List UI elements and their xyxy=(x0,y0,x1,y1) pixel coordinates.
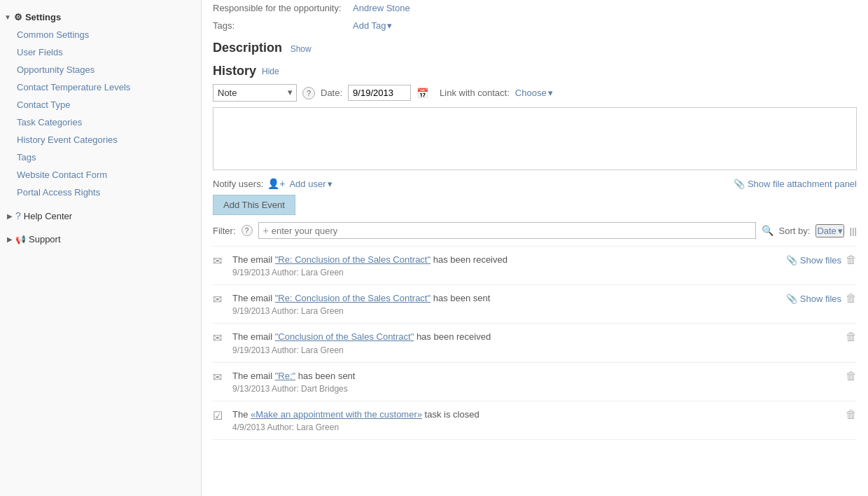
history-text-suffix: task is closed xyxy=(422,409,479,420)
note-type-wrapper: Note xyxy=(213,84,297,102)
responsible-value[interactable]: Andrew Stone xyxy=(353,3,410,13)
delete-history-button[interactable]: 🗑 xyxy=(846,292,857,305)
history-event-label: History Event Categories xyxy=(17,135,118,145)
website-contact-label: Website Contact Form xyxy=(17,170,107,180)
choose-label: Choose xyxy=(515,88,547,98)
show-files-label: Show files xyxy=(800,294,841,304)
history-header: History Hide xyxy=(213,64,857,78)
settings-label: Settings xyxy=(25,12,61,22)
sidebar-item-contact-type[interactable]: Contact Type xyxy=(0,96,201,113)
history-text-suffix: has been sent xyxy=(295,371,355,381)
note-type-select[interactable]: Note xyxy=(213,84,297,102)
history-text-suffix: has been received xyxy=(414,331,491,342)
history-item-text: The «Make an appointment with the custom… xyxy=(232,408,839,421)
history-text-suffix: has been sent xyxy=(430,293,490,303)
filter-help-icon[interactable]: ? xyxy=(241,225,253,236)
link-contact-label: Link with contact: xyxy=(440,88,510,98)
description-show-link[interactable]: Show xyxy=(290,44,312,54)
add-event-label: Add This Event xyxy=(223,200,285,210)
history-item-link[interactable]: "Conclusion of the Sales Contract" xyxy=(275,331,414,342)
add-event-button[interactable]: Add This Event xyxy=(213,195,295,215)
history-item-link[interactable]: "Re: Conclusion of the Sales Contract" xyxy=(275,293,430,303)
sort-bars-icon[interactable]: ||| xyxy=(850,226,857,236)
sidebar-item-user-fields[interactable]: User Fields xyxy=(0,43,201,61)
expand-icon: ▼ xyxy=(4,13,11,21)
speaker-icon: 📢 xyxy=(15,235,26,244)
tags-label: Tags: xyxy=(213,20,353,31)
history-item-actions: 🗑 xyxy=(846,331,857,343)
calendar-icon[interactable]: 📅 xyxy=(416,88,428,99)
delete-history-button[interactable]: 🗑 xyxy=(846,254,857,266)
note-row: Note ? Date: 📅 Link with contact: Choose… xyxy=(213,84,857,102)
date-label: Date: xyxy=(321,88,342,98)
sidebar-item-task-categories[interactable]: Task Categories xyxy=(0,113,201,131)
add-tag-button[interactable]: Add Tag ▾ xyxy=(353,20,392,31)
history-text-prefix: The email xyxy=(232,254,275,265)
note-help-icon[interactable]: ? xyxy=(302,87,315,99)
filter-row: Filter: ? + 🔍 Sort by: Date ▾ ||| xyxy=(213,222,857,239)
mail-icon: ✉ xyxy=(213,293,225,306)
history-list: ✉ The email "Re: Conclusion of the Sales… xyxy=(213,246,857,440)
search-icon[interactable]: 🔍 xyxy=(762,225,774,236)
sort-arrow-icon: ▾ xyxy=(838,226,843,236)
choose-contact-button[interactable]: Choose ▾ xyxy=(515,88,553,98)
date-input[interactable] xyxy=(348,85,411,101)
add-user-button[interactable]: Add user ▾ xyxy=(289,179,332,189)
history-item-link[interactable]: "Re:" xyxy=(275,371,295,381)
history-item-meta: 9/19/2013 Author: Lara Green xyxy=(232,345,839,355)
history-item-text: The email "Conclusion of the Sales Contr… xyxy=(232,331,839,343)
sidebar-item-history-event-categories[interactable]: History Event Categories xyxy=(0,131,201,149)
history-item-actions: 📎 Show files 🗑 xyxy=(786,254,857,266)
portal-access-label: Portal Access Rights xyxy=(17,187,100,198)
common-settings-label: Common Settings xyxy=(17,29,89,40)
history-hide-link[interactable]: Hide xyxy=(262,67,279,76)
sort-date-button[interactable]: Date ▾ xyxy=(816,224,844,237)
responsible-label: Responsible for the opportunity: xyxy=(213,3,353,13)
sidebar: ▼ ⚙ Settings Common Settings User Fields… xyxy=(0,0,202,496)
show-attachment-button[interactable]: 📎 Show file attachment panel xyxy=(734,179,857,189)
note-textarea[interactable] xyxy=(213,107,857,170)
sidebar-item-opportunity-stages[interactable]: Opportunity Stages xyxy=(0,61,201,78)
mail-icon: ✉ xyxy=(213,371,225,384)
delete-history-button[interactable]: 🗑 xyxy=(846,408,857,421)
history-item-content: The email "Conclusion of the Sales Contr… xyxy=(232,331,839,354)
history-item-actions: 📎 Show files 🗑 xyxy=(786,292,857,305)
history-item: ✉ The email "Re: Conclusion of the Sales… xyxy=(213,285,857,324)
sidebar-settings[interactable]: ▼ ⚙ Settings xyxy=(0,8,201,26)
sidebar-item-portal-access-rights[interactable]: Portal Access Rights xyxy=(0,184,201,201)
help-expand-icon: ▶ xyxy=(7,212,13,220)
help-center-label: Help Center xyxy=(24,211,72,221)
mail-icon: ✉ xyxy=(213,331,225,345)
description-section: Description Show xyxy=(213,35,857,58)
sidebar-item-common-settings[interactable]: Common Settings xyxy=(0,26,201,43)
clip-icon: 📎 xyxy=(786,294,797,304)
show-files-button[interactable]: 📎 Show files xyxy=(786,255,841,266)
show-files-button[interactable]: 📎 Show files xyxy=(786,294,841,304)
notify-row: Notify users: 👤+ Add user ▾ 📎 Show file … xyxy=(213,178,857,189)
support-section: ▶ 📢 Support xyxy=(0,228,201,251)
main-content: Responsible for the opportunity: Andrew … xyxy=(202,0,868,496)
history-text-prefix: The email xyxy=(232,371,275,381)
history-item-link[interactable]: "Re: Conclusion of the Sales Contract" xyxy=(275,254,430,265)
support-expand-icon: ▶ xyxy=(7,235,13,243)
history-text-prefix: The email xyxy=(232,293,275,303)
sidebar-item-contact-temperature[interactable]: Contact Temperature Levels xyxy=(0,78,201,96)
clip-icon: 📎 xyxy=(786,255,797,266)
sidebar-item-website-contact-form[interactable]: Website Contact Form xyxy=(0,166,201,184)
delete-history-button[interactable]: 🗑 xyxy=(846,370,857,383)
sidebar-help-center[interactable]: ▶ ? Help Center xyxy=(0,207,201,225)
history-item-text: The email "Re: Conclusion of the Sales C… xyxy=(232,292,779,305)
history-item-text: The email "Re:" has been sent xyxy=(232,370,839,383)
delete-history-button[interactable]: 🗑 xyxy=(846,331,857,343)
history-item-link[interactable]: «Make an appointment with the customer» xyxy=(251,409,422,420)
dropdown-arrow-icon: ▾ xyxy=(387,20,392,31)
opportunity-stages-label: Opportunity Stages xyxy=(17,64,94,75)
sidebar-item-tags[interactable]: Tags xyxy=(0,149,201,166)
history-item-meta: 9/19/2013 Author: Lara Green xyxy=(232,268,779,277)
notify-left: Notify users: 👤+ Add user ▾ xyxy=(213,178,332,189)
filter-label: Filter: xyxy=(213,226,236,236)
sidebar-support[interactable]: ▶ 📢 Support xyxy=(0,230,201,248)
tags-row: Tags: Add Tag ▾ xyxy=(213,18,857,31)
question-icon: ? xyxy=(15,210,21,221)
filter-input[interactable] xyxy=(272,226,751,236)
